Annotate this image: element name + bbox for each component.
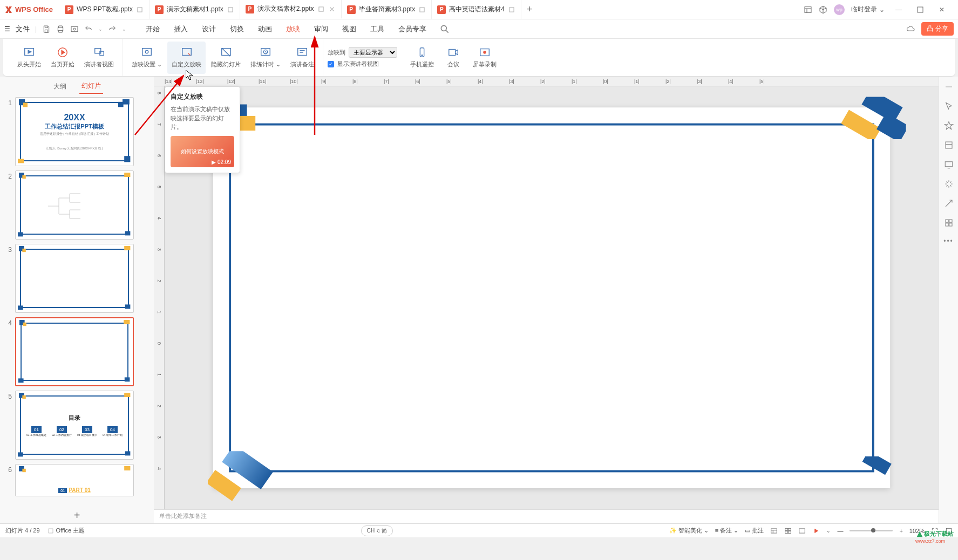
- tab-3[interactable]: P毕业答辩素材3.pptx: [342, 0, 432, 19]
- print-icon[interactable]: [56, 25, 65, 33]
- ime-indicator[interactable]: CH ♫ 简: [361, 525, 393, 536]
- hamburger-icon[interactable]: ☰: [4, 25, 10, 33]
- menu-insert[interactable]: 插入: [173, 22, 189, 36]
- add-tab-button[interactable]: +: [521, 0, 538, 19]
- thumb-3[interactable]: [15, 244, 134, 313]
- phone-remote-button[interactable]: 手机遥控: [406, 42, 438, 74]
- beautify-button[interactable]: ✨智能美化 ⌄: [669, 527, 709, 535]
- menu-transition[interactable]: 切换: [229, 22, 245, 36]
- from-start-button[interactable]: 从头开始: [13, 42, 45, 74]
- zoom-in[interactable]: +: [899, 528, 902, 534]
- theme-indicator[interactable]: Office 主题: [47, 527, 85, 535]
- hide-slide-button[interactable]: 隐藏幻灯片: [207, 42, 245, 74]
- thumb-4[interactable]: [15, 317, 134, 386]
- tab-4[interactable]: P高中英语语法素材4: [432, 0, 521, 19]
- meeting-button[interactable]: 会议: [439, 42, 467, 74]
- view-sorter-icon[interactable]: [784, 527, 792, 535]
- grid-icon[interactable]: [944, 218, 954, 228]
- comments-toggle[interactable]: ▭ 批注: [745, 527, 764, 535]
- maximize-button[interactable]: [913, 4, 928, 15]
- presenter-view-button[interactable]: 演讲者视图: [80, 42, 118, 74]
- custom-show-button[interactable]: 自定义放映: [167, 42, 206, 74]
- more-icon[interactable]: •••: [943, 237, 954, 245]
- login-dropdown[interactable]: 临时登录 ⌄: [851, 5, 885, 14]
- menu-design[interactable]: 设计: [201, 22, 217, 36]
- minimize-button[interactable]: —: [891, 4, 906, 15]
- thumb-2[interactable]: [15, 170, 134, 240]
- display-select[interactable]: 主要显示器: [349, 47, 397, 58]
- slide-viewport[interactable]: [165, 86, 939, 509]
- outline-tab[interactable]: 大纲: [51, 80, 69, 93]
- tab-1[interactable]: P演示文稿素材1.pptx: [150, 0, 240, 19]
- svg-rect-77: [789, 531, 791, 533]
- tab-2[interactable]: P演示文稿素材2.pptx: [240, 0, 342, 19]
- redo-dropdown[interactable]: ⌄: [122, 26, 126, 32]
- p-icon: P: [437, 5, 446, 14]
- tab-window-icon[interactable]: [418, 6, 426, 13]
- monitor-icon[interactable]: [944, 160, 954, 169]
- view-slideshow-dropdown[interactable]: ⌄: [826, 528, 831, 534]
- svg-rect-44: [125, 304, 131, 309]
- close-icon[interactable]: [328, 5, 336, 13]
- current-page-button[interactable]: 当页开始: [46, 42, 79, 74]
- notes-input[interactable]: 单击此处添加备注: [154, 509, 939, 523]
- collapse-icon[interactable]: [944, 82, 954, 92]
- svg-rect-74: [785, 528, 788, 530]
- sparkle-icon[interactable]: [944, 179, 954, 189]
- svg-rect-3: [420, 7, 424, 11]
- menu-tools[interactable]: 工具: [369, 22, 385, 36]
- display-settings: 放映到主要显示器 ✓显示演讲者视图: [323, 45, 402, 70]
- tab-0[interactable]: PWPS PPT教程.pptx: [59, 0, 150, 19]
- add-slide-button[interactable]: +: [0, 507, 154, 523]
- show-settings-button[interactable]: 放映设置 ⌄: [127, 42, 166, 74]
- tab-window-icon[interactable]: [227, 6, 234, 13]
- menu-member[interactable]: 会员专享: [397, 22, 427, 36]
- thumb-5[interactable]: 目录 0101 工作概况概述 0202 工作内容执行 0303 成功项目展示 0…: [15, 391, 134, 460]
- cube-icon[interactable]: [819, 5, 827, 14]
- menu-view[interactable]: 视图: [341, 22, 357, 36]
- notes-toggle[interactable]: ≡ 备注 ⌄: [715, 527, 739, 535]
- star-icon[interactable]: [944, 121, 954, 131]
- preview-icon[interactable]: [70, 25, 79, 33]
- svg-line-27: [135, 76, 184, 135]
- zoom-out[interactable]: —: [837, 528, 843, 534]
- save-icon[interactable]: [42, 25, 51, 33]
- view-reading-icon[interactable]: [798, 527, 806, 535]
- thumb-1[interactable]: 20XX 工作总结汇报PPT模板 适用于述职报告 | 年终总结 | 商务汇报 |…: [15, 97, 134, 166]
- undo-icon[interactable]: [84, 25, 93, 33]
- select-icon[interactable]: [944, 101, 954, 111]
- tab-window-icon[interactable]: [136, 6, 144, 13]
- search-icon[interactable]: [439, 24, 450, 35]
- zoom-slider[interactable]: [850, 530, 893, 531]
- screen-record-button[interactable]: 屏幕录制: [468, 42, 501, 74]
- rehearse-button[interactable]: 排练计时 ⌄: [246, 42, 285, 74]
- thumb-6[interactable]: 01 PART 01: [15, 464, 134, 496]
- view-normal-icon[interactable]: [770, 527, 778, 535]
- template-icon[interactable]: [944, 140, 954, 150]
- close-button[interactable]: ✕: [934, 4, 949, 15]
- menu-slideshow[interactable]: 放映: [285, 22, 301, 36]
- share-button[interactable]: 凸分享: [921, 22, 954, 36]
- slides-tab[interactable]: 幻灯片: [79, 79, 103, 94]
- menu-start[interactable]: 开始: [145, 22, 161, 36]
- file-menu[interactable]: 文件: [16, 24, 30, 34]
- tooltip-video-thumb[interactable]: 如何设置放映模式 ▶ 02:09: [171, 136, 234, 167]
- slide-canvas[interactable]: [213, 107, 890, 488]
- avatar[interactable]: wp: [834, 4, 845, 15]
- cloud-icon[interactable]: [906, 24, 916, 34]
- presenter-checkbox[interactable]: ✓: [328, 61, 334, 67]
- document-tabs: PWPS PPT教程.pptx P演示文稿素材1.pptx P演示文稿素材2.p…: [59, 0, 804, 19]
- slide-counter: 幻灯片 4 / 29: [5, 527, 40, 535]
- magic-icon[interactable]: [944, 199, 954, 208]
- view-slideshow-icon[interactable]: [812, 527, 820, 535]
- layout-icon[interactable]: [804, 5, 812, 14]
- menu-animation[interactable]: 动画: [257, 22, 273, 36]
- redo-icon[interactable]: [108, 25, 117, 33]
- tab-window-icon[interactable]: [317, 5, 325, 13]
- app-logo: WPS Office: [4, 5, 53, 14]
- tab-window-icon[interactable]: [508, 6, 515, 13]
- undo-dropdown[interactable]: ⌄: [98, 26, 103, 32]
- thumbnails[interactable]: 1 20XX 工作总结汇报PPT模板 适用于述职报告 | 年终总结 | 商务汇报…: [0, 93, 154, 507]
- corner-decoration-bl: [208, 451, 287, 504]
- annotation-arrow-2: [309, 32, 320, 140]
